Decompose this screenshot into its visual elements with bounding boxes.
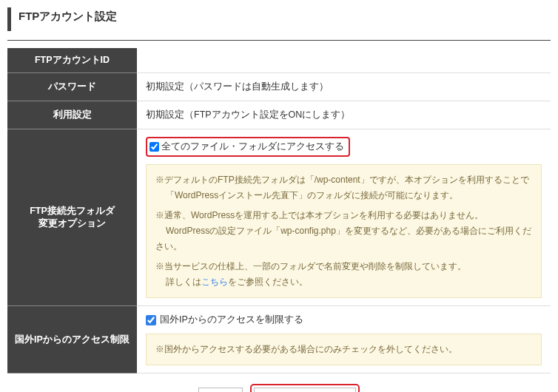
title-divider: [7, 40, 551, 41]
folder-note-2b: WordPressの設定ファイル「wp-config.php」を変更するなど、必…: [155, 226, 531, 251]
settings-table: FTPアカウントID パスワード 初期設定（パスワードは自動生成します） 利用設…: [7, 48, 551, 374]
folder-note-2a: ※通常、WordPressを運用する上では本オプションを利用する必要はありません…: [155, 210, 483, 220]
label-folder-option-line2: 変更オプション: [38, 218, 106, 229]
confirm-button[interactable]: 設定変更（確認）: [254, 388, 356, 392]
back-button[interactable]: 戻る: [198, 388, 243, 392]
foreign-ip-note-box: ※国外からアクセスする必要がある場合にのみチェックを外してください。: [146, 334, 542, 365]
folder-access-checkbox-label: 全てのファイル・フォルダにアクセスする: [161, 141, 344, 153]
folder-note-3b-prefix: 詳しくは: [166, 277, 201, 287]
cell-folder-option: 全てのファイル・フォルダにアクセスする ※デフォルトのFTP接続先フォルダは「/…: [137, 129, 551, 306]
folder-checkbox-highlight: 全てのファイル・フォルダにアクセスする: [146, 137, 350, 157]
folder-note-1a: ※デフォルトのFTP接続先フォルダは「/wp-content」ですが、本オプショ…: [155, 175, 529, 185]
label-folder-option-line1: FTP接続先フォルダ: [30, 206, 115, 216]
folder-note-3b-suffix: をご参照ください。: [228, 277, 308, 287]
page-title: FTPアカウント設定: [7, 7, 551, 31]
button-bar: 戻る 設定変更（確認）: [7, 374, 551, 392]
folder-note-box: ※デフォルトのFTP接続先フォルダは「/wp-content」ですが、本オプショ…: [146, 164, 542, 298]
label-account-id: FTPアカウントID: [7, 48, 137, 73]
folder-note-link[interactable]: こちら: [201, 277, 228, 287]
label-password: パスワード: [7, 73, 137, 101]
label-folder-option: FTP接続先フォルダ 変更オプション: [7, 129, 137, 306]
value-account-id: [137, 48, 551, 73]
foreign-ip-checkbox[interactable]: [146, 315, 156, 325]
folder-note-3a: ※当サービスの仕様上、一部のフォルダで名前変更や削除を制限しています。: [155, 261, 466, 271]
foreign-ip-checkbox-label: 国外IPからのアクセスを制限する: [160, 314, 303, 326]
confirm-button-highlight: 設定変更（確認）: [250, 384, 360, 392]
value-password: 初期設定（パスワードは自動生成します）: [137, 73, 551, 101]
row-folder-option: FTP接続先フォルダ 変更オプション 全てのファイル・フォルダにアクセスする ※…: [7, 129, 551, 306]
label-usage: 利用設定: [7, 101, 137, 129]
folder-access-checkbox[interactable]: [149, 142, 159, 152]
row-foreign-ip: 国外IPからのアクセス制限 国外IPからのアクセスを制限する ※国外からアクセス…: [7, 306, 551, 374]
label-foreign-ip: 国外IPからのアクセス制限: [7, 306, 137, 374]
row-password: パスワード 初期設定（パスワードは自動生成します）: [7, 73, 551, 101]
value-usage: 初期設定（FTPアカウント設定をONにします）: [137, 101, 551, 129]
folder-note-1b: 「WordPressインストール先直下」のフォルダに接続が可能になります。: [155, 190, 458, 200]
foreign-ip-note: ※国外からアクセスする必要がある場合にのみチェックを外してください。: [155, 342, 532, 357]
row-account-id: FTPアカウントID: [7, 48, 551, 73]
row-usage: 利用設定 初期設定（FTPアカウント設定をONにします）: [7, 101, 551, 129]
cell-foreign-ip: 国外IPからのアクセスを制限する ※国外からアクセスする必要がある場合にのみチェ…: [137, 306, 551, 374]
